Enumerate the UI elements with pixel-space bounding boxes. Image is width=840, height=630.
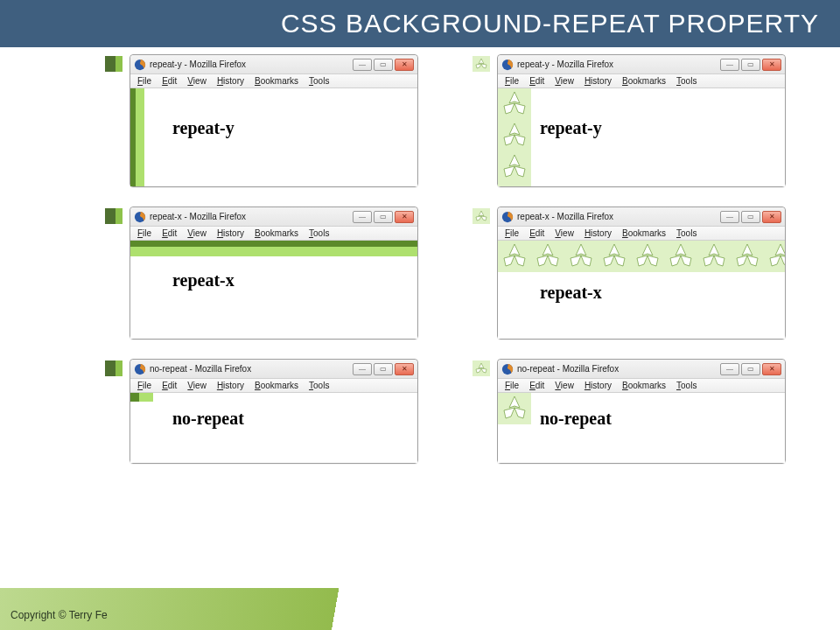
bullet-flower-icon — [472, 56, 490, 72]
firefox-icon — [501, 59, 514, 71]
maximize-button[interactable]: ▭ — [741, 59, 760, 71]
menu-tools[interactable]: Tools — [676, 76, 696, 86]
window-controls: — ▭ ✕ — [720, 363, 781, 375]
minimize-button[interactable]: — — [720, 59, 739, 71]
menu-tools[interactable]: Tools — [676, 381, 696, 390]
viewport: no-repeat — [130, 393, 417, 463]
menu-bookmarks[interactable]: Bookmarks — [255, 381, 298, 390]
example-row-no-repeat: no-repeat - Mozilla Firefox — ▭ ✕ File E… — [105, 359, 805, 464]
window-title: repeat-y - Mozilla Firefox — [517, 60, 720, 69]
slide-header: CSS BACKGROUND-REPEAT PROPERTY — [0, 0, 840, 47]
menu-tools[interactable]: Tools — [309, 76, 329, 86]
copyright-text: Copyright © Terry Fe — [10, 609, 108, 621]
example-cell: repeat-y - Mozilla Firefox — ▭ ✕ File Ed… — [105, 54, 438, 187]
bullet-swatch-icon — [105, 208, 122, 224]
browser-window: repeat-x - Mozilla Firefox — ▭ ✕ File Ed… — [130, 206, 418, 340]
menu-edit[interactable]: Edit — [162, 76, 177, 86]
menu-history[interactable]: History — [584, 228, 612, 238]
bullet-flower-icon — [472, 360, 490, 376]
example-cell: repeat-x - Mozilla Firefox — ▭ ✕ File Ed… — [105, 206, 438, 340]
example-row-repeat-y: repeat-y - Mozilla Firefox — ▭ ✕ File Ed… — [105, 54, 805, 187]
menu-history[interactable]: History — [584, 381, 612, 390]
close-button[interactable]: ✕ — [395, 59, 414, 71]
body-text: repeat-y — [172, 118, 234, 138]
menu-file[interactable]: File — [137, 228, 151, 238]
window-controls: — ▭ ✕ — [353, 211, 414, 223]
body-text: repeat-x — [540, 283, 602, 303]
maximize-button[interactable]: ▭ — [741, 363, 760, 375]
menu-edit[interactable]: Edit — [529, 76, 544, 86]
body-text: repeat-x — [172, 270, 234, 290]
close-button[interactable]: ✕ — [762, 363, 781, 375]
viewport: no-repeat — [498, 393, 785, 463]
browser-window: no-repeat - Mozilla Firefox — ▭ ✕ File E… — [130, 359, 418, 464]
browser-menu: File Edit View History Bookmarks Tools — [498, 379, 785, 393]
menu-file[interactable]: File — [137, 76, 151, 86]
menu-edit[interactable]: Edit — [162, 228, 177, 238]
menu-view[interactable]: View — [555, 76, 574, 86]
menu-file[interactable]: File — [137, 381, 151, 390]
minimize-button[interactable]: — — [353, 363, 372, 375]
menu-view[interactable]: View — [187, 76, 206, 86]
slide-body: repeat-y - Mozilla Firefox — ▭ ✕ File Ed… — [0, 47, 840, 588]
menu-bookmarks[interactable]: Bookmarks — [255, 228, 298, 238]
menu-bookmarks[interactable]: Bookmarks — [622, 76, 666, 86]
close-button[interactable]: ✕ — [395, 211, 414, 223]
bullet-swatch-icon — [105, 56, 122, 72]
window-title: repeat-x - Mozilla Firefox — [517, 212, 720, 221]
maximize-button[interactable]: ▭ — [374, 363, 393, 375]
example-cell: repeat-x - Mozilla Firefox — ▭ ✕ File Ed… — [472, 206, 805, 340]
menu-view[interactable]: View — [187, 228, 206, 238]
trillium-icon — [631, 241, 664, 272]
menu-history[interactable]: History — [217, 228, 244, 238]
maximize-button[interactable]: ▭ — [741, 211, 760, 223]
browser-menu: File Edit View History Bookmarks Tools — [498, 74, 785, 88]
browser-window: repeat-x - Mozilla Firefox — ▭ ✕ File Ed… — [497, 206, 786, 340]
window-titlebar: repeat-y - Mozilla Firefox — ▭ ✕ — [130, 55, 417, 74]
menu-history[interactable]: History — [584, 76, 612, 86]
menu-tools[interactable]: Tools — [309, 381, 329, 390]
browser-menu: File Edit View History Bookmarks Tools — [130, 74, 417, 88]
menu-edit[interactable]: Edit — [162, 381, 177, 390]
bg-tile-strip-horizontal — [498, 241, 785, 274]
menu-view[interactable]: View — [187, 381, 206, 390]
menu-edit[interactable]: Edit — [529, 228, 544, 238]
menu-file[interactable]: File — [505, 381, 519, 390]
trillium-icon — [498, 241, 531, 272]
window-controls: — ▭ ✕ — [353, 363, 414, 375]
menu-bookmarks[interactable]: Bookmarks — [622, 228, 666, 238]
menu-file[interactable]: File — [505, 76, 519, 86]
minimize-button[interactable]: — — [353, 59, 372, 71]
window-controls: — ▭ ✕ — [353, 59, 414, 71]
menu-history[interactable]: History — [217, 381, 244, 390]
menu-view[interactable]: View — [555, 381, 574, 390]
maximize-button[interactable]: ▭ — [374, 211, 393, 223]
minimize-button[interactable]: — — [720, 363, 739, 375]
minimize-button[interactable]: — — [720, 211, 739, 223]
close-button[interactable]: ✕ — [762, 211, 781, 223]
window-titlebar: no-repeat - Mozilla Firefox — ▭ ✕ — [130, 360, 417, 379]
firefox-icon — [134, 59, 146, 71]
window-titlebar: no-repeat - Mozilla Firefox — ▭ ✕ — [498, 360, 785, 379]
minimize-button[interactable]: — — [353, 211, 372, 223]
body-text: repeat-y — [540, 118, 602, 138]
maximize-button[interactable]: ▭ — [374, 59, 393, 71]
close-button[interactable]: ✕ — [395, 363, 414, 375]
trillium-icon — [498, 151, 531, 183]
menu-tools[interactable]: Tools — [309, 228, 329, 238]
firefox-icon — [134, 363, 146, 375]
menu-bookmarks[interactable]: Bookmarks — [622, 381, 666, 390]
window-title: no-repeat - Mozilla Firefox — [517, 364, 720, 374]
window-controls: — ▭ ✕ — [720, 59, 781, 71]
trillium-icon — [664, 241, 697, 272]
trillium-icon — [498, 183, 531, 186]
menu-edit[interactable]: Edit — [529, 381, 544, 390]
menu-history[interactable]: History — [217, 76, 244, 86]
menu-view[interactable]: View — [555, 228, 574, 238]
menu-bookmarks[interactable]: Bookmarks — [255, 76, 298, 86]
menu-tools[interactable]: Tools — [676, 228, 696, 238]
menu-file[interactable]: File — [505, 228, 519, 238]
close-button[interactable]: ✕ — [762, 59, 781, 71]
bullet-flower-icon — [472, 208, 490, 224]
example-cell: no-repeat - Mozilla Firefox — ▭ ✕ File E… — [105, 359, 438, 464]
